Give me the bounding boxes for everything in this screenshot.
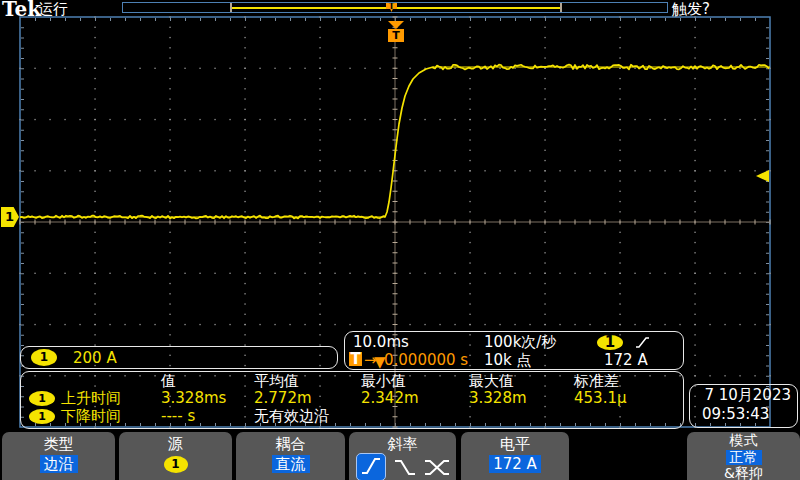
rising-edge-icon bbox=[360, 456, 382, 476]
menu-coupling[interactable]: 耦合 直流 bbox=[236, 432, 345, 480]
menu-type-label: 类型 bbox=[2, 436, 115, 452]
record-length-readout: 10k 点 bbox=[484, 351, 532, 370]
menu-level-label: 电平 bbox=[461, 436, 569, 452]
trigger-delay-readout: 0.000000 s bbox=[384, 351, 468, 369]
tek-logo: Tek bbox=[2, 0, 41, 21]
channel1-scale: 200 A bbox=[73, 349, 117, 367]
measurement-row1-stddev: 453.1µ bbox=[574, 389, 627, 407]
acquisition-status: 运行 bbox=[38, 0, 68, 19]
measurement-row1-mean: 2.772m bbox=[254, 389, 312, 407]
menu-mode-value2: &释抑 bbox=[687, 466, 800, 480]
slope-rising-option[interactable] bbox=[356, 453, 386, 480]
sample-rate-readout: 100k次/秒 bbox=[484, 333, 556, 352]
menu-type[interactable]: 类型 边沿 bbox=[2, 432, 115, 480]
menu-source-label: 源 bbox=[119, 436, 232, 452]
trigger-position-mini-marker: T bbox=[386, 3, 397, 12]
horizontal-trigger-readout: 10.0ms 100k次/秒 1 T → ▼ 0.000000 s 10k 点 … bbox=[344, 331, 684, 370]
record-view-bar: T bbox=[122, 2, 668, 13]
measurement-row2-status: 无有效边沿 bbox=[254, 407, 329, 426]
menu-mode-value: 正常 bbox=[726, 450, 762, 465]
oscilloscope-screen: Tek 运行 T 触发? 1 T 1 200 A 10.0ms 100k次/秒 … bbox=[0, 0, 800, 480]
trigger-t-icon: T bbox=[349, 352, 362, 366]
menu-slope[interactable]: 斜率 bbox=[349, 432, 456, 480]
measurement-row1-name: 上升时间 bbox=[61, 389, 121, 408]
timebase-readout: 10.0ms bbox=[353, 333, 409, 351]
trigger-level-readout: 172 A bbox=[604, 351, 648, 369]
trigger-level-arrow-icon[interactable] bbox=[756, 170, 769, 182]
menu-source[interactable]: 源 1 bbox=[119, 432, 232, 480]
measurement-row1-value: 3.328ms bbox=[161, 389, 226, 407]
falling-edge-icon[interactable] bbox=[393, 457, 417, 477]
channel1-badge: 1 bbox=[31, 349, 57, 366]
menu-coupling-value: 直流 bbox=[272, 455, 310, 473]
menu-level-value: 172 A bbox=[489, 455, 541, 473]
trigger-position-marker-arrow-icon[interactable] bbox=[388, 21, 404, 29]
trigger-position-marker[interactable]: T bbox=[388, 29, 404, 42]
trigger-source-badge: 1 bbox=[597, 335, 623, 350]
trigger-status: 触发? bbox=[672, 0, 710, 19]
datetime-box: 7 10月2023 09:53:43 bbox=[689, 384, 798, 428]
menu-coupling-label: 耦合 bbox=[236, 436, 345, 452]
measurement-table: 值 平均值 最小值 最大值 标准差 1 上升时间 3.328ms 2.772m … bbox=[20, 371, 684, 429]
rising-edge-icon bbox=[635, 336, 650, 349]
menu-mode[interactable]: 模式 正常 &释抑 bbox=[687, 432, 800, 480]
menu-level[interactable]: 电平 172 A bbox=[461, 432, 569, 480]
menu-slope-label: 斜率 bbox=[349, 436, 456, 452]
measurement-row2-value: ---- s bbox=[161, 407, 195, 425]
record-window-left-bracket bbox=[230, 3, 232, 12]
menu-type-value: 边沿 bbox=[40, 455, 78, 473]
measurement-row2-badge: 1 bbox=[29, 409, 55, 424]
menu-mode-label: 模式 bbox=[687, 433, 800, 448]
measurement-row2-name: 下降时间 bbox=[61, 407, 121, 426]
measurement-row1-badge: 1 bbox=[29, 391, 55, 406]
menu-source-channel-badge: 1 bbox=[164, 456, 188, 473]
measurement-row1-max: 3.328m bbox=[469, 389, 527, 407]
either-edge-icon[interactable] bbox=[424, 457, 450, 477]
date-readout: 7 10月2023 bbox=[704, 386, 791, 405]
time-readout: 09:53:43 bbox=[702, 405, 769, 423]
record-window-right-bracket bbox=[560, 3, 562, 12]
channel1-readout: 1 200 A bbox=[20, 346, 338, 369]
measurement-row1-min: 2.342m bbox=[361, 389, 419, 407]
